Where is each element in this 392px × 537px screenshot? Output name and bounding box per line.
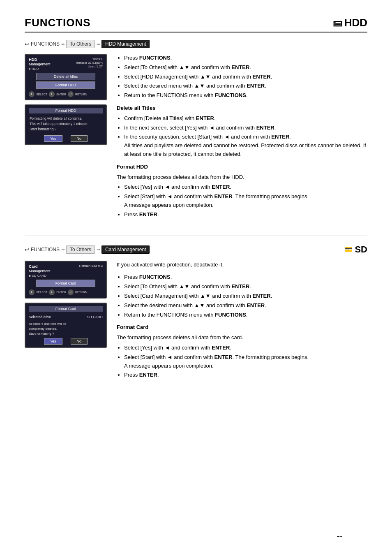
card-screen-title: Card — [29, 264, 51, 269]
breadcrumb-functions-sd: ↩ FUNCTIONS — [25, 246, 60, 253]
hdd-label-text: HDD — [344, 16, 367, 29]
format-card-dialog-buttons: Yes No — [29, 338, 103, 345]
hdd-main-bullets: Press FUNCTIONS. Select [To Others] with… — [117, 54, 367, 100]
return-ctrl[interactable]: ↩ — [68, 91, 74, 97]
hdd-bullet-2: Select [To Others] with ▲▼ and confirm w… — [124, 63, 367, 72]
format-card-bullet-3: Press ENTER. — [124, 371, 367, 380]
format-hdd-dialog-screen: Format HDD Formatting will delete all co… — [25, 104, 107, 145]
delete-all-titles-button[interactable]: Delete all titles — [36, 73, 95, 80]
format-card-dialog-title: Format Card — [29, 306, 103, 312]
card-select-label: SELECT — [36, 291, 47, 294]
format-hdd-yes-button[interactable]: Yes — [44, 135, 62, 142]
page-number: 73 — [337, 535, 343, 537]
format-hdd-dialog-title: Format HDD — [29, 108, 103, 113]
format-card-dialog-screen: Format Card Selected drive SD CARD All f… — [25, 303, 107, 348]
hdd-instructions: Press FUNCTIONS. Select [To Others] with… — [117, 54, 367, 223]
hdd-screen-subtitle: Management — [29, 62, 51, 67]
hdd-section-label: 🖴 HDD — [333, 16, 367, 29]
format-card-bullets: Select [Yes] with ◄ and confirm with ENT… — [117, 344, 367, 380]
hdd-remain-info: Remain 37:53(EP) — [76, 61, 103, 65]
hdd-bullet-3: Select [HDD Management] with ▲▼ and conf… — [124, 73, 367, 81]
return-label: RETURN — [75, 93, 87, 96]
format-hdd-bullet-2: Select [Start] with ◄ and confirm with E… — [124, 192, 367, 210]
format-card-no-button[interactable]: No — [71, 338, 88, 345]
sd-breadcrumb-arrow1: ⇒ — [61, 247, 65, 252]
section-divider — [25, 236, 367, 236]
page-header: FUNCTIONS 🖴 HDD — [25, 16, 367, 32]
hdd-used-info: Used 1:27 — [76, 65, 103, 68]
hdd-screen-title: HDD — [29, 57, 51, 62]
card-enter-label: ENTER — [56, 291, 66, 294]
sd-section-label: 💳 SD — [344, 244, 367, 255]
sd-instructions: If you activated write-protection, deact… — [117, 261, 367, 384]
format-hdd-bullet-1: Select [Yes] with ◄ and confirm with ENT… — [124, 183, 367, 192]
card-enter-ctrl[interactable]: ✦ — [49, 289, 55, 295]
hdd-bullet-1: Press FUNCTIONS. — [124, 54, 367, 62]
sd-card-icon: 💳 — [344, 245, 353, 253]
delete-bullet-1: Confirm [Delete all Titles] with ENTER. — [124, 114, 367, 123]
format-hdd-dialog-body: Formatting will delete all contents. Thi… — [29, 116, 103, 132]
enter-ctrl[interactable]: ✦ — [49, 91, 55, 97]
hdd-section-content: HDD Management ● HDD Titles 1 Remain 37:… — [25, 54, 367, 223]
breadcrumb-to-others-hdd: To Others — [66, 40, 95, 48]
format-card-bullet-2: Select [Start] with ◄ and confirm with E… — [124, 353, 367, 370]
sd-bullet-2: Select [To Others] with ▲▼ and confirm w… — [124, 282, 367, 291]
format-hdd-bullet-3: Press ENTER. — [124, 211, 367, 219]
sd-screens: Card Management ■ SD CARD Remain 943 MB … — [25, 261, 107, 384]
format-card-dialog-body: All folders and files will be completely… — [29, 322, 103, 336]
hdd-screen-header: HDD Management ● HDD Titles 1 Remain 37:… — [29, 57, 103, 71]
hdd-bullet-5: Return to the FUNCTIONS menu with FUNCTI… — [124, 91, 367, 100]
hdd-icon: 🖴 — [333, 18, 342, 28]
card-return-ctrl[interactable]: ↩ — [68, 289, 74, 295]
hdd-breadcrumb: ↩ FUNCTIONS ⇒ To Others ⇒ HDD Management — [25, 40, 367, 48]
card-management-screen: Card Management ■ SD CARD Remain 943 MB … — [25, 261, 107, 299]
select-ctrl[interactable]: ✦ — [29, 91, 35, 97]
format-card-heading: Format Card — [117, 323, 367, 332]
delete-all-bullets: Confirm [Delete all Titles] with ENTER. … — [117, 114, 367, 159]
card-return-label: RETURN — [75, 291, 87, 294]
delete-bullet-2: In the next screen, select [Yes] with ◄ … — [124, 124, 367, 132]
card-remain-info: Remain 943 MB — [79, 264, 103, 268]
hdd-bullet-4: Select the desired menu with ▲▼ and conf… — [124, 82, 367, 90]
enter-label: ENTER — [56, 93, 66, 96]
sd-main-bullets: Press FUNCTIONS. Select [To Others] with… — [117, 273, 367, 319]
delete-all-titles-heading: Delete all Titles — [117, 104, 367, 113]
format-hdd-bullets: Select [Yes] with ◄ and confirm with ENT… — [117, 183, 367, 219]
breadcrumb-arrow2: ⇒ — [97, 42, 100, 46]
hdd-screen-icon: ● HDD — [29, 67, 51, 71]
format-card-button[interactable]: Format Card — [36, 280, 95, 287]
sd-section-header: ↩ FUNCTIONS ⇒ To Others ⇒ Card Managemen… — [25, 244, 367, 255]
card-screen-icon: ■ SD CARD — [29, 274, 51, 278]
delete-bullet-3: In the security question, select [Start]… — [124, 133, 367, 158]
format-hdd-dialog-buttons: Yes No — [29, 135, 103, 142]
sd-section-content: Card Management ■ SD CARD Remain 943 MB … — [25, 261, 367, 384]
card-screen-subtitle: Management — [29, 269, 51, 274]
page-title: FUNCTIONS — [25, 16, 91, 29]
format-card-bullet-1: Select [Yes] with ◄ and confirm with ENT… — [124, 344, 367, 352]
hdd-screens: HDD Management ● HDD Titles 1 Remain 37:… — [25, 54, 107, 223]
sd-breadcrumb-card-management: Card Management — [101, 245, 150, 254]
sd-bullet-4: Select the desired menu with ▲▼ and conf… — [124, 301, 367, 310]
format-hdd-no-button[interactable]: No — [71, 135, 88, 142]
sd-breadcrumb: ↩ FUNCTIONS ⇒ To Others ⇒ Card Managemen… — [25, 245, 150, 254]
format-hdd-note: The formatting process deletes all data … — [117, 173, 367, 182]
sd-label-text: SD — [355, 244, 367, 255]
hdd-titles-info: Titles 1 — [76, 57, 103, 61]
format-card-note: The formatting process deletes all data … — [117, 333, 367, 342]
breadcrumb-functions-hdd: ↩ FUNCTIONS — [25, 41, 60, 47]
breadcrumb-arrow1: ⇒ — [61, 42, 65, 46]
sd-intro-text: If you activated write-protection, deact… — [117, 261, 367, 269]
format-hdd-button[interactable]: Format HDD — [36, 81, 95, 89]
sd-bullet-3: Select [Card Management] with ▲▼ and con… — [124, 292, 367, 301]
format-card-drive-row: Selected drive SD CARD — [29, 314, 103, 320]
format-hdd-heading: Format HDD — [117, 163, 367, 171]
sd-bullet-1: Press FUNCTIONS. — [124, 273, 367, 282]
card-select-ctrl[interactable]: ✦ — [29, 289, 35, 295]
format-card-yes-button[interactable]: Yes — [44, 338, 62, 345]
breadcrumb-hdd-management: HDD Management — [101, 40, 150, 48]
sd-breadcrumb-to-others: To Others — [66, 245, 95, 254]
sd-breadcrumb-arrow2: ⇒ — [97, 247, 100, 252]
hdd-management-screen: HDD Management ● HDD Titles 1 Remain 37:… — [25, 54, 107, 100]
select-label: SELECT — [36, 93, 47, 96]
sd-bullet-5: Return to the FUNCTIONS menu with FUNCTI… — [124, 311, 367, 319]
